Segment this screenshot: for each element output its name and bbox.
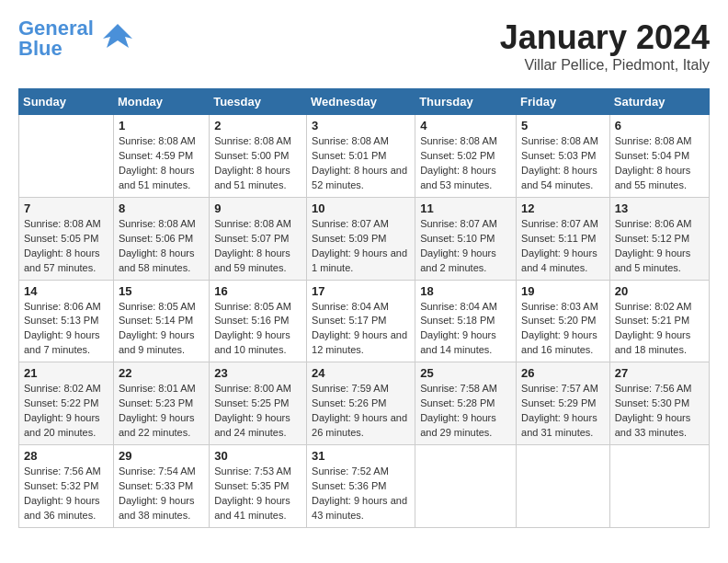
calendar-cell	[609, 445, 709, 528]
calendar-cell: 3Sunrise: 8:08 AM Sunset: 5:01 PM Daylig…	[307, 115, 415, 198]
header-day-wednesday: Wednesday	[307, 89, 415, 115]
day-number: 19	[521, 284, 605, 298]
calendar-cell: 31Sunrise: 7:52 AM Sunset: 5:36 PM Dayli…	[307, 445, 415, 528]
calendar-cell: 20Sunrise: 8:02 AM Sunset: 5:21 PM Dayli…	[609, 280, 709, 362]
cell-sun-info: Sunrise: 8:08 AM Sunset: 4:59 PM Dayligh…	[119, 134, 204, 193]
cell-sun-info: Sunrise: 7:59 AM Sunset: 5:26 PM Dayligh…	[312, 382, 410, 441]
logo-bird-icon	[101, 20, 134, 53]
calendar-week-row: 7Sunrise: 8:08 AM Sunset: 5:05 PM Daylig…	[19, 197, 710, 280]
cell-sun-info: Sunrise: 7:53 AM Sunset: 5:35 PM Dayligh…	[214, 465, 301, 523]
day-number: 9	[214, 201, 301, 215]
calendar-cell: 14Sunrise: 8:06 AM Sunset: 5:13 PM Dayli…	[19, 280, 114, 362]
day-number: 5	[521, 119, 605, 132]
day-number: 21	[24, 366, 108, 380]
day-number: 12	[521, 201, 605, 215]
cell-sun-info: Sunrise: 7:54 AM Sunset: 5:33 PM Dayligh…	[119, 465, 204, 523]
cell-sun-info: Sunrise: 7:56 AM Sunset: 5:30 PM Dayligh…	[615, 382, 704, 441]
day-number: 23	[214, 366, 301, 380]
calendar-cell: 12Sunrise: 8:07 AM Sunset: 5:11 PM Dayli…	[517, 197, 610, 280]
calendar-table: SundayMondayTuesdayWednesdayThursdayFrid…	[18, 88, 710, 528]
calendar-cell: 8Sunrise: 8:08 AM Sunset: 5:06 PM Daylig…	[113, 197, 209, 280]
cell-sun-info: Sunrise: 7:52 AM Sunset: 5:36 PM Dayligh…	[312, 465, 410, 523]
title-block: January 2024 Villar Pellice, Piedmont, I…	[500, 18, 710, 74]
day-number: 27	[615, 366, 704, 380]
calendar-cell: 11Sunrise: 8:07 AM Sunset: 5:10 PM Dayli…	[415, 197, 517, 280]
calendar-cell: 9Sunrise: 8:08 AM Sunset: 5:07 PM Daylig…	[210, 197, 307, 280]
calendar-cell	[19, 115, 114, 198]
cell-sun-info: Sunrise: 8:08 AM Sunset: 5:06 PM Dayligh…	[119, 217, 204, 276]
cell-sun-info: Sunrise: 8:08 AM Sunset: 5:02 PM Dayligh…	[420, 134, 511, 193]
calendar-cell: 21Sunrise: 8:02 AM Sunset: 5:22 PM Dayli…	[19, 362, 114, 445]
cell-sun-info: Sunrise: 8:08 AM Sunset: 5:03 PM Dayligh…	[521, 134, 605, 193]
day-number: 4	[420, 119, 511, 132]
cell-sun-info: Sunrise: 8:05 AM Sunset: 5:14 PM Dayligh…	[119, 300, 204, 359]
calendar-cell: 7Sunrise: 8:08 AM Sunset: 5:05 PM Daylig…	[19, 197, 114, 280]
day-number: 29	[119, 449, 204, 463]
calendar-cell: 27Sunrise: 7:56 AM Sunset: 5:30 PM Dayli…	[609, 362, 709, 445]
header-day-sunday: Sunday	[19, 89, 114, 115]
cell-sun-info: Sunrise: 8:07 AM Sunset: 5:09 PM Dayligh…	[312, 217, 410, 276]
day-number: 2	[214, 119, 301, 132]
cell-sun-info: Sunrise: 8:00 AM Sunset: 5:25 PM Dayligh…	[214, 382, 301, 441]
cell-sun-info: Sunrise: 8:04 AM Sunset: 5:18 PM Dayligh…	[420, 300, 511, 359]
day-number: 31	[312, 449, 410, 463]
calendar-cell: 22Sunrise: 8:01 AM Sunset: 5:23 PM Dayli…	[113, 362, 209, 445]
header-day-tuesday: Tuesday	[210, 89, 307, 115]
cell-sun-info: Sunrise: 8:02 AM Sunset: 5:22 PM Dayligh…	[24, 382, 108, 441]
day-number: 3	[312, 119, 410, 132]
cell-sun-info: Sunrise: 8:08 AM Sunset: 5:00 PM Dayligh…	[214, 134, 301, 193]
calendar-cell: 15Sunrise: 8:05 AM Sunset: 5:14 PM Dayli…	[113, 280, 209, 362]
cell-sun-info: Sunrise: 7:58 AM Sunset: 5:28 PM Dayligh…	[420, 382, 511, 441]
cell-sun-info: Sunrise: 8:07 AM Sunset: 5:11 PM Dayligh…	[521, 217, 605, 276]
cell-sun-info: Sunrise: 8:03 AM Sunset: 5:20 PM Dayligh…	[521, 300, 605, 359]
day-number: 25	[420, 366, 511, 380]
cell-sun-info: Sunrise: 7:56 AM Sunset: 5:32 PM Dayligh…	[24, 465, 108, 523]
day-number: 22	[119, 366, 204, 380]
page-title: January 2024	[500, 18, 710, 57]
calendar-week-row: 28Sunrise: 7:56 AM Sunset: 5:32 PM Dayli…	[19, 445, 710, 528]
calendar-cell	[415, 445, 517, 528]
calendar-week-row: 1Sunrise: 8:08 AM Sunset: 4:59 PM Daylig…	[19, 115, 710, 198]
calendar-week-row: 21Sunrise: 8:02 AM Sunset: 5:22 PM Dayli…	[19, 362, 710, 445]
cell-sun-info: Sunrise: 8:06 AM Sunset: 5:12 PM Dayligh…	[615, 217, 704, 276]
day-number: 28	[24, 449, 108, 463]
calendar-cell: 28Sunrise: 7:56 AM Sunset: 5:32 PM Dayli…	[19, 445, 114, 528]
calendar-cell: 13Sunrise: 8:06 AM Sunset: 5:12 PM Dayli…	[609, 197, 709, 280]
calendar-cell: 2Sunrise: 8:08 AM Sunset: 5:00 PM Daylig…	[210, 115, 307, 198]
day-number: 20	[615, 284, 704, 298]
day-number: 11	[420, 201, 511, 215]
cell-sun-info: Sunrise: 7:57 AM Sunset: 5:29 PM Dayligh…	[521, 382, 605, 441]
day-number: 16	[214, 284, 301, 298]
header-day-saturday: Saturday	[609, 89, 709, 115]
calendar-cell: 26Sunrise: 7:57 AM Sunset: 5:29 PM Dayli…	[517, 362, 610, 445]
cell-sun-info: Sunrise: 8:07 AM Sunset: 5:10 PM Dayligh…	[420, 217, 511, 276]
cell-sun-info: Sunrise: 8:08 AM Sunset: 5:05 PM Dayligh…	[24, 217, 108, 276]
logo: General Blue	[18, 18, 134, 59]
calendar-week-row: 14Sunrise: 8:06 AM Sunset: 5:13 PM Dayli…	[19, 280, 710, 362]
header-day-friday: Friday	[517, 89, 610, 115]
calendar-cell: 5Sunrise: 8:08 AM Sunset: 5:03 PM Daylig…	[517, 115, 610, 198]
day-number: 7	[24, 201, 108, 215]
day-number: 1	[119, 119, 204, 132]
cell-sun-info: Sunrise: 8:01 AM Sunset: 5:23 PM Dayligh…	[119, 382, 204, 441]
page-subtitle: Villar Pellice, Piedmont, Italy	[500, 57, 710, 74]
calendar-cell: 16Sunrise: 8:05 AM Sunset: 5:16 PM Dayli…	[210, 280, 307, 362]
header-day-thursday: Thursday	[415, 89, 517, 115]
svg-marker-0	[103, 24, 132, 48]
day-number: 13	[615, 201, 704, 215]
day-number: 18	[420, 284, 511, 298]
header-day-monday: Monday	[113, 89, 209, 115]
day-number: 17	[312, 284, 410, 298]
calendar-cell: 19Sunrise: 8:03 AM Sunset: 5:20 PM Dayli…	[517, 280, 610, 362]
calendar-cell: 4Sunrise: 8:08 AM Sunset: 5:02 PM Daylig…	[415, 115, 517, 198]
cell-sun-info: Sunrise: 8:08 AM Sunset: 5:01 PM Dayligh…	[312, 134, 410, 193]
cell-sun-info: Sunrise: 8:08 AM Sunset: 5:04 PM Dayligh…	[615, 134, 704, 193]
cell-sun-info: Sunrise: 8:06 AM Sunset: 5:13 PM Dayligh…	[24, 300, 108, 359]
cell-sun-info: Sunrise: 8:04 AM Sunset: 5:17 PM Dayligh…	[312, 300, 410, 359]
calendar-cell: 17Sunrise: 8:04 AM Sunset: 5:17 PM Dayli…	[307, 280, 415, 362]
calendar-cell: 29Sunrise: 7:54 AM Sunset: 5:33 PM Dayli…	[113, 445, 209, 528]
calendar-header-row: SundayMondayTuesdayWednesdayThursdayFrid…	[19, 89, 710, 115]
calendar-cell	[517, 445, 610, 528]
day-number: 26	[521, 366, 605, 380]
calendar-cell: 30Sunrise: 7:53 AM Sunset: 5:35 PM Dayli…	[210, 445, 307, 528]
